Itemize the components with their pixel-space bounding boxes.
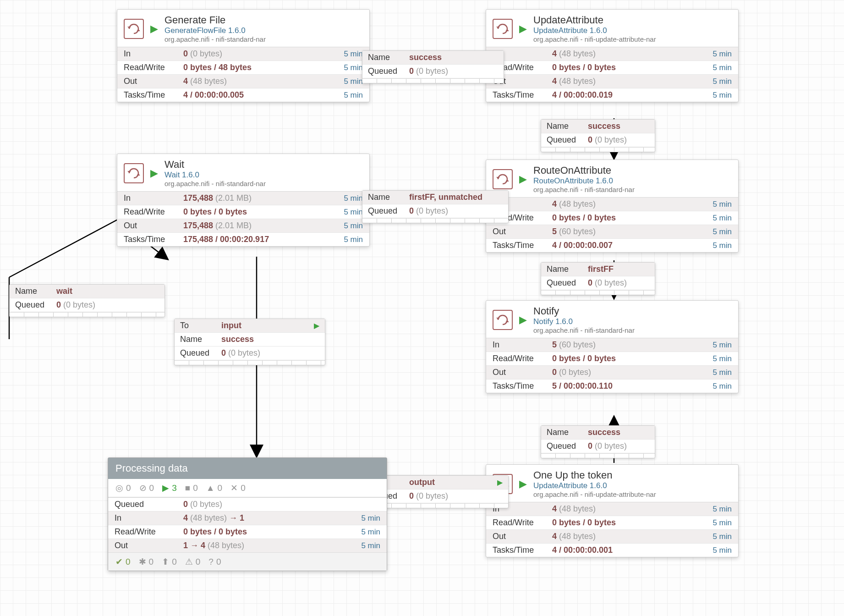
connection-success-ua-to-route[interactable]: Namesuccess Queued0 (0 bytes) <box>541 119 655 152</box>
processor-update-attribute[interactable]: ▶ UpdateAttribute UpdateAttribute 1.6.0 … <box>486 9 739 102</box>
connection-wait-to-input[interactable]: Toinput▶ Namesuccess Queued0 (0 bytes) <box>174 319 325 365</box>
processor-type: Wait 1.6.0 <box>164 170 266 180</box>
processor-title: Generate File <box>164 14 266 26</box>
processor-bundle: org.apache.nifi - nifi-update-attribute-… <box>533 490 656 498</box>
process-group-title: Processing data <box>108 458 387 479</box>
run-status-icon: ▶ <box>519 479 527 489</box>
bullseye-icon: ◎ <box>115 483 123 493</box>
up-to-date-count: ✔0 <box>115 556 131 567</box>
processor-title: Notify <box>533 305 635 317</box>
processor-one-up-the-token[interactable]: ▶ One Up the token UpdateAttribute 1.6.0… <box>486 464 739 557</box>
disabled-count: ✕0 <box>230 483 246 493</box>
stop-icon: ■ <box>185 483 190 493</box>
arrow-up-circle-icon: ⬆ <box>162 556 169 567</box>
connection-firstff-route-to-notify[interactable]: NamefirstFF Queued0 (0 bytes) <box>541 262 655 295</box>
locally-modified-and-stale-count: ⚠0 <box>185 556 201 567</box>
play-icon: ▶ <box>162 483 169 493</box>
processor-type: GenerateFlowFile 1.6.0 <box>164 26 266 35</box>
connection-firstff-unmatched-route-to-wait[interactable]: NamefirstFF, unmatched Queued0 (0 bytes) <box>362 190 509 223</box>
processor-route-on-attribute[interactable]: ▶ RouteOnAttribute RouteOnAttribute 1.6.… <box>486 160 739 253</box>
processor-icon <box>124 19 144 39</box>
stale-count: ⬆0 <box>162 556 177 567</box>
invalid-count: ▲0 <box>206 483 222 493</box>
run-status-icon: ▶ <box>150 24 158 34</box>
bullseye-slash-icon: ⊘ <box>139 483 147 493</box>
processor-icon <box>124 163 144 183</box>
run-status-icon: ▶ <box>519 24 527 34</box>
processor-icon <box>493 169 513 189</box>
processor-icon <box>493 310 513 330</box>
run-status-icon: ▶ <box>519 174 527 184</box>
processor-bundle: org.apache.nifi - nifi-update-attribute-… <box>533 35 656 43</box>
run-status-icon: ▶ <box>519 315 527 325</box>
processor-icon <box>493 19 513 39</box>
processor-type: RouteOnAttribute 1.6.0 <box>533 176 635 186</box>
processor-title: UpdateAttribute <box>533 14 656 26</box>
question-icon: ? <box>208 557 214 567</box>
processor-notify[interactable]: ▶ Notify Notify 1.6.0 org.apache.nifi - … <box>486 300 739 393</box>
run-status-icon: ▶ <box>150 168 158 178</box>
asterisk-icon: ✱ <box>139 556 146 567</box>
processor-type: UpdateAttribute 1.6.0 <box>533 481 656 490</box>
processor-bundle: org.apache.nifi - nifi-standard-nar <box>164 180 266 187</box>
warning-icon: ▲ <box>206 483 215 493</box>
processor-generate-file[interactable]: ▶ Generate File GenerateFlowFile 1.6.0 o… <box>117 9 370 102</box>
connection-success-oneup-to-notify[interactable]: Namesuccess Queued0 (0 bytes) <box>541 425 655 458</box>
port-run-icon: ▶ <box>314 322 319 330</box>
connection-success-gen-to-ua[interactable]: Namesuccess Queued0 (0 bytes) <box>362 50 504 83</box>
exclamation-circle-icon: ⚠ <box>185 556 193 567</box>
not-transmitting-count: ⊘0 <box>139 483 154 493</box>
stopped-count: ■0 <box>185 483 198 493</box>
processor-type: Notify 1.6.0 <box>533 317 635 326</box>
locally-modified-count: ✱0 <box>139 556 154 567</box>
process-group-processing-data[interactable]: Processing data ◎0 ⊘0 ▶3 ■0 ▲0 ✕0 Queued… <box>108 457 387 571</box>
processor-type: UpdateAttribute 1.6.0 <box>533 26 656 35</box>
sync-failure-count: ?0 <box>208 557 221 567</box>
processor-title: RouteOnAttribute <box>533 165 635 176</box>
processor-bundle: org.apache.nifi - nifi-standard-nar <box>533 326 635 334</box>
transmitting-count: ◎0 <box>115 483 131 493</box>
processor-title: Wait <box>164 159 266 170</box>
processor-bundle: org.apache.nifi - nifi-standard-nar <box>533 186 635 193</box>
port-run-icon: ▶ <box>497 479 503 486</box>
process-group-status-bar: ◎0 ⊘0 ▶3 ■0 ▲0 ✕0 <box>108 479 387 497</box>
check-icon: ✔ <box>115 556 123 567</box>
connection-wait-self[interactable]: Namewait Queued0 (0 bytes) <box>9 284 165 317</box>
process-group-version-bar: ✔0 ✱0 ⬆0 ⚠0 ?0 <box>108 552 387 571</box>
running-count: ▶3 <box>162 483 177 493</box>
processor-bundle: org.apache.nifi - nifi-standard-nar <box>164 35 266 43</box>
processor-wait[interactable]: ▶ Wait Wait 1.6.0 org.apache.nifi - nifi… <box>117 154 370 247</box>
processor-title: One Up the token <box>533 469 656 481</box>
tools-icon: ✕ <box>230 483 238 493</box>
